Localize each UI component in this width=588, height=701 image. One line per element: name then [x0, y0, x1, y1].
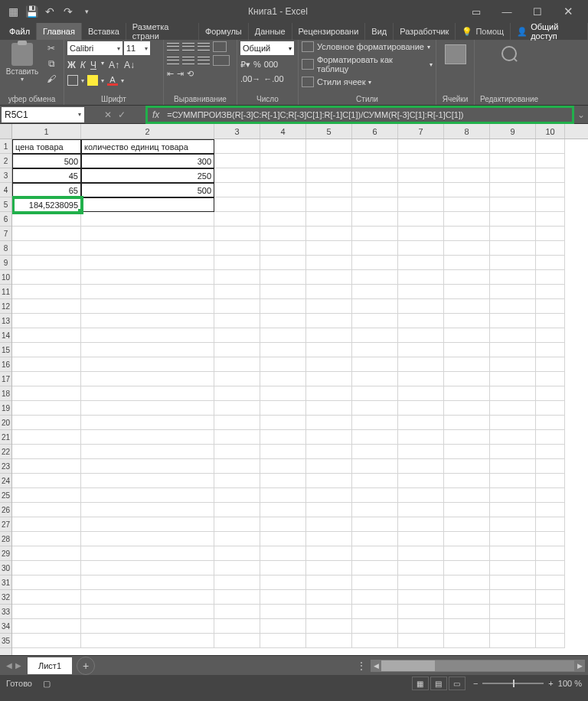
cell[interactable] [306, 328, 352, 343]
cell[interactable] [214, 575, 260, 590]
cell[interactable] [352, 357, 398, 372]
cell[interactable] [214, 227, 260, 241]
cell[interactable] [214, 503, 260, 517]
cell[interactable] [81, 401, 214, 416]
cell[interactable] [214, 401, 260, 416]
cell[interactable] [306, 503, 352, 517]
cell[interactable] [260, 227, 306, 241]
cell[interactable] [352, 314, 398, 328]
cell[interactable] [214, 517, 260, 532]
cell[interactable] [260, 285, 306, 299]
cell[interactable] [536, 183, 565, 197]
cell[interactable] [12, 270, 81, 285]
cell[interactable] [398, 619, 444, 634]
tab-formulas[interactable]: Формулы [199, 23, 249, 40]
cell[interactable] [260, 619, 306, 634]
cell[interactable] [490, 503, 536, 517]
cell[interactable] [260, 401, 306, 416]
cell[interactable] [536, 517, 565, 532]
cell[interactable] [81, 386, 214, 401]
cell[interactable] [490, 445, 536, 459]
cell[interactable] [352, 561, 398, 575]
cell[interactable] [352, 212, 398, 227]
cell[interactable] [260, 605, 306, 619]
cell[interactable] [214, 430, 260, 445]
cell[interactable] [444, 546, 490, 561]
align-bottom-icon[interactable] [198, 41, 210, 52]
cell[interactable] [214, 197, 260, 212]
cell[interactable] [12, 561, 81, 575]
cell[interactable] [536, 256, 565, 270]
cell[interactable] [352, 503, 398, 517]
cell[interactable] [260, 575, 306, 590]
row-header[interactable]: 31 [0, 575, 11, 590]
cell[interactable] [214, 532, 260, 546]
borders-icon[interactable] [67, 75, 78, 86]
cell[interactable] [306, 197, 352, 212]
cell[interactable] [398, 445, 444, 459]
cell[interactable] [352, 416, 398, 430]
cell[interactable] [490, 517, 536, 532]
cell[interactable] [214, 241, 260, 256]
select-all-corner[interactable] [0, 124, 11, 139]
cell[interactable] [444, 241, 490, 256]
cell[interactable] [306, 357, 352, 372]
cell[interactable] [306, 634, 352, 648]
cell[interactable] [214, 154, 260, 168]
cell[interactable] [306, 488, 352, 503]
cell[interactable] [214, 416, 260, 430]
align-center-icon[interactable] [182, 55, 194, 66]
minimize-button[interactable]: — [492, 1, 522, 22]
cell[interactable] [490, 197, 536, 212]
cell[interactable] [536, 168, 565, 183]
cell[interactable] [260, 546, 306, 561]
cell[interactable] [444, 401, 490, 416]
zoom-in-button[interactable]: + [548, 679, 553, 688]
cell[interactable] [260, 386, 306, 401]
cell[interactable] [398, 299, 444, 314]
cell[interactable] [214, 488, 260, 503]
cell[interactable] [260, 459, 306, 474]
cell[interactable] [536, 343, 565, 357]
cell[interactable] [306, 575, 352, 590]
tab-file[interactable]: Файл [3, 23, 37, 40]
conditional-formatting-button[interactable]: Условное форматирование▾ [302, 41, 430, 52]
cell[interactable] [536, 474, 565, 488]
cell[interactable] [490, 416, 536, 430]
cell[interactable] [490, 488, 536, 503]
normal-view-icon[interactable]: ▦ [412, 677, 429, 690]
orientation-icon[interactable]: ⟲ [187, 69, 194, 79]
cell[interactable] [444, 343, 490, 357]
cell[interactable] [260, 241, 306, 256]
tell-me[interactable]: 💡Помощ [456, 23, 511, 40]
bold-button[interactable]: Ж [67, 60, 76, 70]
cell[interactable] [81, 212, 214, 227]
cell[interactable] [260, 256, 306, 270]
cell[interactable] [214, 139, 260, 154]
cell[interactable] [444, 212, 490, 227]
cell[interactable] [260, 517, 306, 532]
cell[interactable] [490, 183, 536, 197]
col-header[interactable]: 7 [398, 124, 444, 139]
cell[interactable] [444, 605, 490, 619]
row-header[interactable]: 8 [0, 241, 11, 256]
align-right-icon[interactable] [198, 55, 210, 66]
cell[interactable] [490, 634, 536, 648]
cell[interactable] [490, 139, 536, 154]
cell[interactable] [398, 139, 444, 154]
cell[interactable] [81, 517, 214, 532]
cell[interactable] [81, 357, 214, 372]
cell[interactable] [12, 416, 81, 430]
row-header[interactable]: 6 [0, 212, 11, 227]
cell[interactable] [444, 532, 490, 546]
cell[interactable] [306, 619, 352, 634]
cell[interactable] [536, 197, 565, 212]
cell[interactable] [306, 183, 352, 197]
ribbon-options-icon[interactable]: ▭ [461, 1, 492, 22]
cell[interactable] [81, 532, 214, 546]
cell[interactable] [81, 241, 214, 256]
cell[interactable] [306, 372, 352, 386]
cell[interactable] [444, 372, 490, 386]
row-header[interactable]: 27 [0, 517, 11, 532]
cell[interactable] [490, 285, 536, 299]
